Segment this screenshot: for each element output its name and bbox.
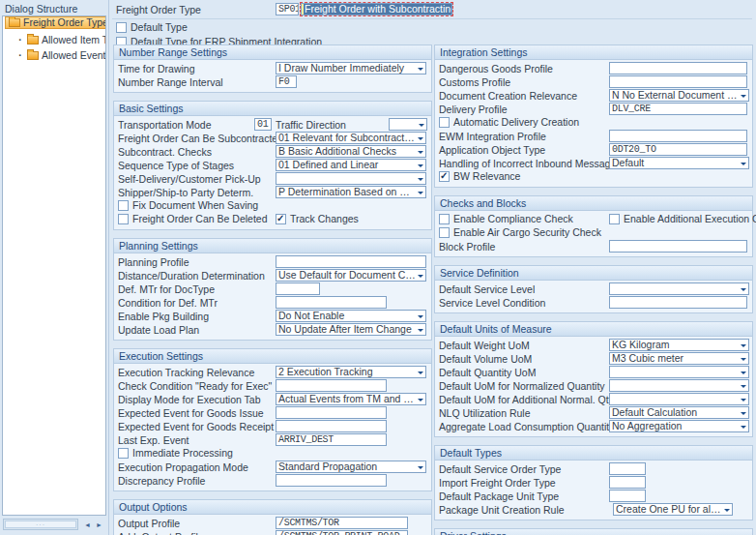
tree-item-allowed-item-types[interactable]: Allowed Item Types <box>24 33 106 46</box>
application-object-type-input[interactable]: 0DT20_TO <box>609 143 747 156</box>
fix-document-when-saving-checkbox[interactable] <box>118 200 129 211</box>
enable-air-cargo-security-check-checkbox[interactable] <box>439 227 450 238</box>
document-creation-relevance-select[interactable]: N No External Document Creation <box>609 89 749 102</box>
number-range-interval-input[interactable]: F0 <box>276 75 297 88</box>
expected-event-for-goods-issue-input[interactable] <box>276 406 387 419</box>
default-volume-uom-select[interactable]: M3 Cubic meter <box>609 352 749 365</box>
dropdown-arrow-icon[interactable] <box>741 372 746 377</box>
dropdown-arrow-icon[interactable] <box>741 385 746 391</box>
scroll-right-icon[interactable]: ► <box>94 520 104 530</box>
bw-relevance-checkbox[interactable] <box>439 171 450 182</box>
nlq-utilization-rule-select[interactable]: Default Calculation <box>609 406 749 419</box>
traffic-direction-select[interactable] <box>389 118 427 131</box>
scrollbar-track[interactable]: ··· <box>3 519 78 530</box>
shipper-ship-to-party-determ-select[interactable]: P Determination Based on Predeces .. <box>276 186 426 198</box>
dropdown-arrow-icon[interactable] <box>418 315 423 321</box>
dropdown-arrow-icon[interactable] <box>741 163 746 168</box>
block-profile-input[interactable] <box>609 240 747 253</box>
add-output-profile-input[interactable]: /SCMTMS/TOR_PRINT_ROAD <box>276 530 408 535</box>
enable-pkg-building-select[interactable]: Do Not Enable <box>276 310 426 322</box>
dropdown-arrow-icon[interactable] <box>741 412 746 418</box>
fix-document-when-saving-checkbox-row[interactable]: Fix Document When Saving <box>118 199 258 211</box>
enable-additional-execution-checks-checkbox-row[interactable]: Enable Additional Execution Checks <box>609 213 756 224</box>
dropdown-arrow-icon[interactable] <box>418 151 423 157</box>
default-quantity-uom-select[interactable] <box>609 366 749 378</box>
package-unit-creation-rule-select[interactable]: Create One PU for all Package .. <box>613 503 733 516</box>
discrepancy-profile-input[interactable] <box>276 474 387 487</box>
dropdown-arrow-icon[interactable] <box>741 95 746 101</box>
self-delivery-customer-pick-up-select[interactable] <box>276 172 426 185</box>
track-changes-checkbox-row[interactable]: Track Changes <box>276 213 359 224</box>
dropdown-arrow-icon[interactable] <box>418 137 423 143</box>
dropdown-arrow-icon[interactable] <box>418 399 423 404</box>
scrollbar-thumb[interactable]: ··· <box>5 520 76 528</box>
planning-profile-input[interactable] <box>276 255 426 268</box>
freight-order-can-be-deleted-checkbox[interactable] <box>118 214 129 224</box>
enable-compliance-check-checkbox[interactable] <box>439 214 450 224</box>
update-load-plan-select[interactable]: No Update After Item Change <box>276 323 426 336</box>
automatic-delivery-creation-checkbox-row[interactable]: Automatic Delivery Creation <box>439 116 579 128</box>
condition-for-def-mtr-input[interactable] <box>276 296 387 309</box>
output-profile-input[interactable]: /SCMTMS/TOR <box>276 517 408 529</box>
execution-propagation-mode-select[interactable]: Standard Propagation <box>276 461 426 473</box>
sidebar-horizontal-scrollbar[interactable]: ··· ◄ ► <box>3 519 105 531</box>
dangerous-goods-profile-input[interactable] <box>609 62 747 74</box>
dropdown-arrow-icon[interactable] <box>741 426 746 431</box>
dropdown-arrow-icon[interactable] <box>418 68 423 74</box>
freight-order-can-be-deleted-checkbox-row[interactable]: Freight Order Can Be Deleted <box>118 213 267 224</box>
dropdown-arrow-icon[interactable] <box>724 509 730 515</box>
default-uom-for-additional-normal-qty-select[interactable] <box>609 393 749 405</box>
default-package-unit-type-input[interactable] <box>609 490 646 502</box>
default-type-checkbox[interactable] <box>116 22 127 33</box>
default-service-order-type-input[interactable] <box>609 462 646 475</box>
dropdown-arrow-icon[interactable] <box>741 344 746 350</box>
tree-item-allowed-event-codes[interactable]: Allowed Event Codes <box>24 48 106 62</box>
dropdown-arrow-icon[interactable] <box>418 192 423 197</box>
dropdown-arrow-icon[interactable] <box>419 124 424 130</box>
enable-air-cargo-security-check-checkbox-row[interactable]: Enable Air Cargo Security Check <box>439 226 601 238</box>
dropdown-arrow-icon[interactable] <box>418 329 423 335</box>
dropdown-arrow-icon[interactable] <box>418 372 423 377</box>
def-mtr-for-doctype-input[interactable] <box>276 282 320 295</box>
expected-event-for-goods-receipt-input[interactable] <box>276 420 387 432</box>
track-changes-checkbox[interactable] <box>276 214 286 224</box>
dropdown-arrow-icon[interactable] <box>418 178 423 184</box>
dropdown-arrow-icon[interactable] <box>741 288 746 294</box>
dropdown-arrow-icon[interactable] <box>418 164 423 170</box>
immediate-processing-checkbox-row[interactable]: Immediate Processing <box>118 447 233 459</box>
scroll-left-icon[interactable]: ◄ <box>82 520 93 530</box>
default-weight-uom-select[interactable]: KG Kilogram <box>609 339 749 351</box>
default-type-checkbox-row[interactable]: Default Type <box>116 21 188 35</box>
customs-profile-input[interactable] <box>609 75 747 88</box>
check-condition-ready-for-exec-input[interactable] <box>276 379 387 392</box>
dropdown-arrow-icon[interactable] <box>418 275 423 281</box>
freight-order-type-code-input[interactable]: SP01 <box>276 3 299 15</box>
default-uom-for-normalized-quantity-select[interactable] <box>609 379 749 392</box>
dropdown-arrow-icon[interactable] <box>418 466 423 472</box>
time-for-drawing-select[interactable]: I Draw Number Immediately <box>276 62 426 74</box>
execution-tracking-relevance-select[interactable]: 2 Execution Tracking <box>276 366 426 378</box>
tree-item-freight-order-types[interactable]: Freight Order Types <box>5 16 106 29</box>
dropdown-arrow-icon[interactable] <box>741 399 746 404</box>
subcontract-checks-select[interactable]: B Basic Additional Checks <box>276 145 426 158</box>
enable-compliance-check-checkbox-row[interactable]: Enable Compliance Check <box>439 213 573 224</box>
handling-of-incorrect-inbound-messages-select[interactable]: Default <box>609 157 749 169</box>
distance-duration-determination-select[interactable]: Use Default for Document Category <box>276 269 426 282</box>
dropdown-arrow-icon[interactable] <box>741 358 746 364</box>
bw-relevance-checkbox-row[interactable]: BW Relevance <box>439 170 520 182</box>
service-level-condition-input[interactable] <box>609 296 747 309</box>
aggregate-load-consumption-quantities-select[interactable]: No Aggregation <box>609 420 749 432</box>
ewm-integration-profile-input[interactable] <box>609 130 747 142</box>
freight-order-type-description-input[interactable]: Freight Order with Subcontracting <box>301 3 452 15</box>
delivery-profile-input[interactable]: DLV_CRE <box>609 103 747 115</box>
enable-additional-execution-checks-checkbox[interactable] <box>609 214 620 224</box>
last-exp-event-input[interactable]: ARRIV_DEST <box>276 433 387 446</box>
import-freight-order-type-input[interactable] <box>609 476 646 489</box>
freight-order-can-be-subcontracted-select[interactable]: 01 Relevant for Subcontracting <box>276 132 426 144</box>
immediate-processing-checkbox[interactable] <box>118 448 129 459</box>
display-mode-for-execution-tab-select[interactable]: Actual Events from TM and EM, Ex.. <box>276 393 426 405</box>
default-service-level-select[interactable] <box>609 282 749 295</box>
transportation-mode-input[interactable]: 01 <box>254 118 272 131</box>
sequence-type-of-stages-select[interactable]: 01 Defined and Linear <box>276 159 426 171</box>
automatic-delivery-creation-checkbox[interactable] <box>439 117 450 128</box>
